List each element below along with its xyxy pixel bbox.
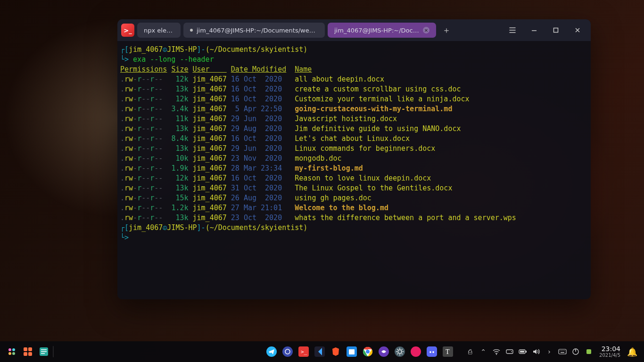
svg-rect-27 xyxy=(427,346,437,357)
tab-3-active[interactable]: jim_4067@JIMS-HP:~/Docum… ✕ xyxy=(328,23,436,38)
files-icon[interactable] xyxy=(345,345,359,359)
maximize-button[interactable] xyxy=(546,23,565,38)
svg-point-3 xyxy=(8,352,11,355)
app-icon-purple[interactable] xyxy=(377,345,391,359)
svg-rect-37 xyxy=(526,351,527,353)
app-icon-flower[interactable] xyxy=(281,345,295,359)
svg-rect-45 xyxy=(586,349,591,354)
svg-point-1 xyxy=(8,348,11,351)
settings-icon[interactable] xyxy=(393,345,407,359)
svg-rect-11 xyxy=(41,351,47,352)
svg-text:T: T xyxy=(446,348,450,355)
svg-rect-6 xyxy=(28,347,32,351)
brave-icon[interactable] xyxy=(329,345,343,359)
clock-time: 23:04 xyxy=(599,346,620,353)
svg-point-39 xyxy=(560,350,560,351)
terminal-window: >_ npx ele… jim_4067@JIMS-HP:~/Documents… xyxy=(117,19,591,299)
taskbar: >_ T ⎙ ⌃ › 23:04 2021/4/5 🔔 xyxy=(0,341,644,362)
text-editor-icon[interactable]: T xyxy=(441,345,455,359)
chrome-icon[interactable] xyxy=(361,345,375,359)
workspace-icon[interactable] xyxy=(37,345,51,359)
tab-indicator-dot xyxy=(190,29,193,32)
vscode-icon[interactable] xyxy=(313,345,327,359)
close-button[interactable] xyxy=(568,23,587,38)
launcher-icon[interactable] xyxy=(5,345,19,359)
menu-button[interactable] xyxy=(503,23,522,38)
battery-icon[interactable] xyxy=(517,345,528,359)
svg-rect-8 xyxy=(28,352,32,356)
svg-rect-38 xyxy=(559,349,566,354)
minimize-button[interactable] xyxy=(525,23,544,38)
svg-rect-43 xyxy=(561,352,564,353)
discord-icon[interactable] xyxy=(425,345,439,359)
svg-rect-10 xyxy=(41,349,47,350)
notifications-icon[interactable]: 🔔 xyxy=(625,345,639,359)
disk-icon[interactable] xyxy=(504,345,515,359)
clock-date: 2021/4/5 xyxy=(599,353,620,358)
svg-text:>_: >_ xyxy=(301,349,307,355)
wifi-icon[interactable] xyxy=(491,345,502,359)
next-icon[interactable]: › xyxy=(544,345,555,359)
svg-point-29 xyxy=(432,351,434,353)
svg-rect-12 xyxy=(41,353,45,354)
power-icon[interactable] xyxy=(570,345,581,359)
close-icon[interactable]: ✕ xyxy=(423,27,429,33)
svg-point-4 xyxy=(12,352,15,355)
new-tab-button[interactable]: ＋ xyxy=(439,23,454,38)
svg-point-22 xyxy=(366,350,370,354)
app-icon-candy[interactable] xyxy=(409,345,423,359)
svg-point-28 xyxy=(429,351,431,353)
app-icon: >_ xyxy=(121,24,134,37)
terminal-app-icon[interactable]: >_ xyxy=(297,345,311,359)
tab-1[interactable]: npx ele… xyxy=(137,23,181,38)
tab-label: jim_4067@JIMS-HP:~/Docum… xyxy=(334,27,419,34)
svg-point-14 xyxy=(282,346,293,357)
usb-icon[interactable]: ⎙ xyxy=(464,345,476,359)
svg-point-40 xyxy=(561,350,561,351)
svg-point-42 xyxy=(564,350,564,351)
telegram-icon[interactable] xyxy=(264,345,279,359)
divider xyxy=(53,346,54,357)
titlebar: >_ npx ele… jim_4067@JIMS-HP:~/Documents… xyxy=(117,19,591,41)
clock[interactable]: 23:04 2021/4/5 xyxy=(596,346,623,358)
svg-rect-20 xyxy=(349,349,355,354)
svg-rect-5 xyxy=(24,347,27,351)
svg-point-41 xyxy=(562,350,563,351)
terminal-output[interactable]: ┌[jim_4067☮JIMS-HP]-(~/Documents/skyient… xyxy=(117,41,591,299)
tab-2[interactable]: jim_4067@JIMS-HP:~/Documents/web… xyxy=(183,23,325,38)
svg-rect-36 xyxy=(520,351,524,353)
svg-point-34 xyxy=(511,351,512,352)
svg-rect-0 xyxy=(554,28,558,33)
trash-icon[interactable] xyxy=(583,345,594,359)
svg-point-26 xyxy=(411,346,421,357)
svg-point-32 xyxy=(496,354,497,355)
tab-label: npx ele… xyxy=(144,27,174,34)
volume-icon[interactable] xyxy=(530,345,542,359)
svg-point-2 xyxy=(12,348,15,351)
keyboard-icon[interactable] xyxy=(557,345,568,359)
multitasking-icon[interactable] xyxy=(21,345,35,359)
svg-rect-7 xyxy=(24,352,27,356)
tab-label: jim_4067@JIMS-HP:~/Documents/web… xyxy=(197,27,318,34)
tray-arrow-icon[interactable]: ⌃ xyxy=(478,345,489,359)
